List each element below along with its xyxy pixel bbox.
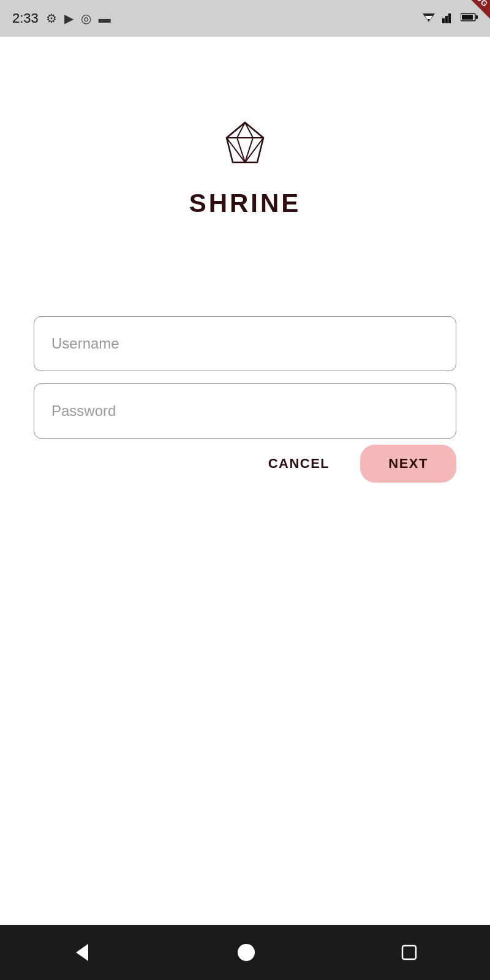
status-time: 2:33 [12,10,39,26]
svg-rect-22 [402,946,416,959]
svg-line-16 [237,138,245,162]
diamond-icon [217,116,273,174]
at-icon: ◎ [81,11,91,26]
app-title: SHRINE [189,189,301,218]
home-button[interactable] [235,941,257,963]
svg-line-15 [245,123,253,138]
username-input[interactable] [34,316,456,371]
play-icon: ▶ [64,11,74,26]
buttons-row: CANCEL NEXT [34,445,456,483]
svg-line-14 [237,123,245,138]
svg-line-17 [245,138,253,162]
nav-bar [0,925,490,980]
svg-marker-10 [227,123,263,162]
next-button[interactable]: NEXT [360,445,456,483]
debug-label: DEBUG [449,0,490,21]
svg-point-21 [238,944,255,961]
back-button[interactable] [71,941,93,963]
status-bar: 2:33 ⚙ ▶ ◎ ▬ [0,0,490,37]
login-form [34,316,456,439]
svg-line-12 [245,123,263,138]
sim-icon: ▬ [99,12,111,26]
logo-container: SHRINE [189,116,301,218]
status-bar-left: 2:33 ⚙ ▶ ◎ ▬ [12,10,111,26]
wifi-icon [421,11,436,26]
password-input[interactable] [34,383,456,439]
debug-banner: DEBUG [441,0,490,49]
svg-marker-20 [76,944,88,961]
main-content: SHRINE CANCEL NEXT [0,37,490,943]
recents-button[interactable] [399,943,419,962]
gear-icon: ⚙ [46,11,57,26]
cancel-button[interactable]: CANCEL [256,447,342,480]
svg-line-11 [227,123,245,138]
